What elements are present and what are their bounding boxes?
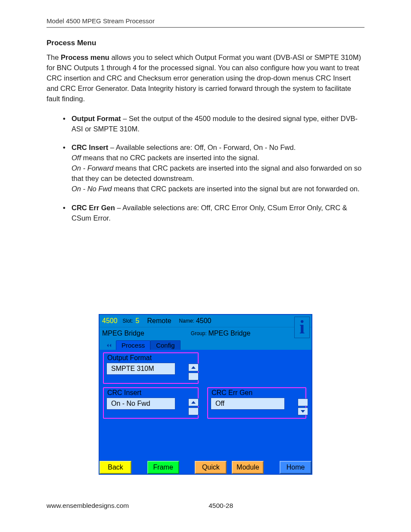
module-button[interactable]: Module: [232, 461, 264, 474]
tab-scroll-left-button[interactable]: [101, 341, 116, 350]
name-value: 4500: [193, 317, 214, 325]
remote-status: Remote: [145, 317, 174, 325]
info-icon: i: [299, 318, 305, 337]
slot-value: 5: [133, 317, 142, 325]
svg-marker-4: [301, 410, 305, 413]
bullet-term: Output Format: [72, 115, 121, 122]
field-crc-insert: CRC Insert On - No Fwd: [103, 387, 199, 419]
output-format-up-button[interactable]: [188, 364, 199, 371]
ui-header: 4500 Slot: 5 Remote Name: 4500 MPEG Brid…: [100, 315, 311, 339]
section-title: Process Menu: [47, 39, 364, 47]
crc-nofwd-rest: means that CRC packets are inserted into…: [112, 185, 360, 193]
subtitle: MPEG Bridge: [100, 330, 147, 337]
intro-pre: The: [47, 53, 61, 61]
tab-bar: Process Config: [100, 339, 311, 350]
bullet-term: CRC Err Gen: [72, 204, 115, 212]
ui-body: Output Format SMPTE 310M CRC Insert On: [100, 350, 311, 461]
device-ui-panel: 4500 Slot: 5 Remote Name: 4500 MPEG Brid…: [99, 314, 312, 475]
svg-marker-1: [109, 344, 111, 347]
bullet-output-format: Output Format – Set the output of the 45…: [72, 114, 364, 134]
crc-off-rest: means that no CRC packets are inserted i…: [81, 154, 259, 162]
crc-insert-up-button[interactable]: [188, 398, 199, 406]
output-format-down-button[interactable]: [188, 373, 199, 380]
tab-config[interactable]: Config: [150, 340, 180, 350]
bottom-button-bar: Back Frame Quick Module Home: [100, 461, 311, 474]
bullet-term: CRC Insert: [72, 143, 108, 151]
crc-nofwd-em: On - No Fwd: [72, 185, 112, 193]
svg-marker-3: [191, 401, 196, 404]
svg-marker-0: [107, 344, 109, 347]
back-button[interactable]: Back: [100, 461, 131, 474]
info-button[interactable]: i: [294, 317, 310, 338]
bullet-list: Output Format – Set the output of the 45…: [72, 114, 364, 224]
crc-onfwd-em: On - Forward: [72, 164, 113, 172]
frame-button[interactable]: Frame: [147, 461, 179, 474]
crc-insert-value[interactable]: On - No Fwd: [106, 398, 175, 410]
field-output-format: Output Format SMPTE 310M: [103, 352, 199, 384]
running-head: Model 4500 MPEG Stream Processor: [47, 17, 364, 28]
crc-onfwd-rest: means that CRC packets are inserted into…: [72, 164, 361, 182]
model-number: 4500: [100, 317, 120, 325]
crc-err-gen-down-button[interactable]: [298, 408, 308, 415]
footer-page: 4500-28: [129, 502, 313, 510]
crc-err-gen-up-button[interactable]: [298, 398, 308, 406]
intro-bold: Process menu: [61, 53, 109, 61]
intro-paragraph: The Process menu allows you to select wh…: [47, 53, 364, 104]
bullet-crc-insert: CRC Insert – Available selections are: O…: [72, 143, 364, 194]
tab-process[interactable]: Process: [116, 340, 150, 350]
field-label: CRC Err Gen: [211, 389, 253, 397]
crc-off-em: Off: [72, 154, 81, 162]
page-footer: www.ensembledesigns.com 4500-28: [47, 502, 364, 510]
bullet-rest: – Available selections are: Off, On - Fo…: [108, 143, 296, 151]
group-value: MPEG Bridge: [206, 330, 253, 337]
field-crc-err-gen: CRC Err Gen Off: [207, 387, 306, 419]
output-format-value[interactable]: SMPTE 310M: [106, 363, 175, 375]
crc-insert-down-button[interactable]: [188, 408, 199, 415]
field-label: CRC Insert: [106, 389, 142, 397]
bullet-crc-err-gen: CRC Err Gen – Available selections are: …: [72, 203, 364, 224]
footer-url: www.ensembledesigns.com: [47, 502, 129, 510]
home-button[interactable]: Home: [280, 461, 311, 474]
quick-button[interactable]: Quick: [195, 461, 227, 474]
field-label: Output Format: [106, 354, 153, 362]
svg-marker-2: [191, 366, 196, 369]
crc-err-gen-value[interactable]: Off: [211, 398, 285, 410]
